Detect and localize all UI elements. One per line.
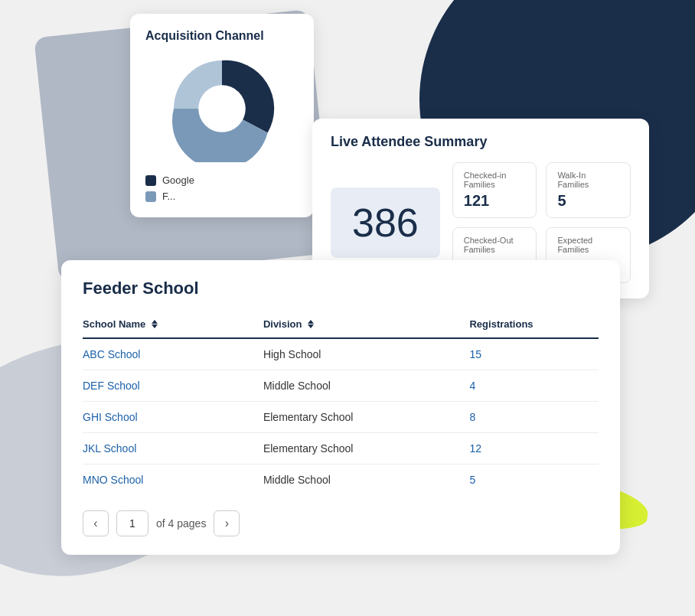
cell-division: Elementary School [263,433,470,464]
cell-school-name: DEF School [83,370,263,402]
table-header-row: School Name Division [83,312,599,338]
acquisition-title: Acquisition Channel [145,29,299,43]
sort-icon-school [152,320,158,328]
stat-expected-label: Expected Families [557,236,619,254]
cell-school-name: MNO School [83,464,263,496]
stat-checked-in-label: Checked-in Families [464,171,526,189]
cell-division: Elementary School [263,402,470,433]
table-row: GHI School Elementary School 8 [83,402,599,433]
attendee-total-count: 386 [331,187,440,258]
table-row: DEF School Middle School 4 [83,370,599,402]
table-row: JKL School Elementary School 12 [83,433,599,464]
sort-icon-division [308,320,314,328]
page-of-text: of 4 pages [156,517,206,530]
table-row: ABC School High School 15 [83,338,599,370]
cell-registrations: 8 [469,402,599,433]
cell-registrations: 4 [469,370,599,402]
stat-checked-in-value: 121 [464,192,526,210]
legend-dot-google [145,175,156,186]
legend-label-facebook: F... [162,191,175,202]
feeder-school-card: Feeder School School Name Division [61,260,620,555]
table-row: MNO School Middle School 5 [83,464,599,496]
cell-registrations: 5 [469,464,599,496]
legend-label-google: Google [162,174,194,186]
prev-page-button[interactable]: ‹ [83,510,109,536]
cell-division: Middle School [263,464,470,496]
cell-school-name: GHI School [83,402,263,433]
feeder-title: Feeder School [83,279,599,298]
svg-point-0 [198,85,246,132]
col-header-registrations: Registrations [469,312,599,338]
pie-chart [168,55,276,162]
next-page-button[interactable]: › [214,510,240,536]
cell-division: Middle School [263,370,470,402]
cell-registrations: 15 [469,338,599,370]
page-number-input[interactable] [116,510,148,536]
cell-registrations: 12 [469,433,599,464]
legend-item-facebook: F... [145,191,299,202]
col-header-division[interactable]: Division [263,312,470,338]
feeder-table: School Name Division [83,312,599,495]
cell-school-name: ABC School [83,338,263,370]
attendee-title: Live Attendee Summary [331,134,631,150]
stat-checked-in: Checked-in Families 121 [452,162,537,218]
stat-walk-in-value: 5 [557,192,619,210]
stat-walk-in: Walk-In Families 5 [546,162,631,218]
cell-school-name: JKL School [83,433,263,464]
chart-legend: Google F... [145,174,299,202]
acquisition-channel-card: Acquisition Channel Google F... [130,14,314,217]
cell-division: High School [263,338,470,370]
legend-dot-facebook [145,191,156,202]
legend-item-google: Google [145,174,299,186]
col-header-school[interactable]: School Name [83,312,263,338]
stat-walk-in-label: Walk-In Families [557,171,619,189]
stat-checked-out-label: Checked-Out Families [464,236,526,254]
pagination: ‹ of 4 pages › [83,510,599,536]
